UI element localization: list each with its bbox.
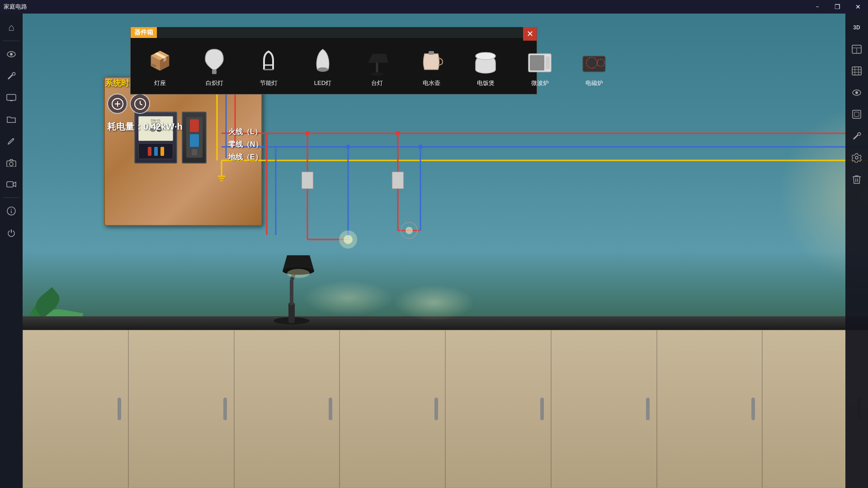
minimize-button[interactable]: －: [807, 0, 827, 14]
main-scene: 系统时间加快了 30 ▼ 倍 耗电量：0.42kW: [23, 14, 868, 488]
svg-point-56: [370, 72, 384, 76]
view-3d-button[interactable]: 3D: [847, 18, 867, 38]
right-sidebar-layout-button[interactable]: [847, 39, 867, 59]
ground-wire-label: 地线（E）: [228, 153, 262, 162]
cabinet-section-3: [234, 330, 340, 488]
sidebar-separator-2: [3, 197, 19, 198]
window-title: 家庭电路: [0, 3, 27, 11]
cabinet-section-4: [340, 330, 445, 488]
cabinet-section-7: [657, 330, 763, 488]
svg-point-78: [855, 156, 858, 159]
component-item-lamp-socket[interactable]: 📦 灯座: [140, 42, 180, 89]
sidebar-home-button[interactable]: ⌂: [1, 18, 21, 38]
sidebar-video-button[interactable]: [1, 174, 21, 194]
time-control-button[interactable]: [130, 94, 150, 114]
cabinet-handle-6: [646, 398, 650, 420]
component-item-induction[interactable]: 电磁炉: [574, 42, 614, 89]
component-label-desk-lamp: 台灯: [371, 79, 383, 87]
close-component-box-button[interactable]: ✕: [523, 27, 537, 41]
sidebar-separator: [3, 41, 19, 41]
component-icon-rice-cooker: [467, 45, 504, 76]
component-item-incandescent[interactable]: 白炽灯: [194, 42, 235, 89]
component-icon-kettle: [413, 45, 449, 76]
svg-rect-7: [7, 182, 13, 187]
close-button[interactable]: ✕: [848, 0, 868, 14]
counter-top: [23, 316, 868, 330]
svg-point-6: [9, 162, 13, 166]
svg-rect-61: [530, 55, 544, 70]
svg-rect-69: [852, 67, 861, 75]
component-label-incandescent: 白炽灯: [206, 79, 223, 87]
component-box: 器件箱 ✕ 📦 灯座 白炽灯 节能灯 LED灯: [130, 27, 537, 94]
component-label-rice-cooker: 电饭煲: [477, 79, 495, 87]
right-sidebar-settings-button[interactable]: [847, 148, 867, 168]
cabinet-section-5: [445, 330, 551, 488]
sidebar-screen-button[interactable]: [1, 88, 21, 108]
sidebar-power-button[interactable]: [1, 223, 21, 243]
right-sidebar-trash-button[interactable]: [847, 169, 867, 189]
cabinet-handle-7: [751, 398, 755, 420]
component-item-energy-saving[interactable]: 节能灯: [248, 42, 289, 89]
zoom-in-button[interactable]: [107, 94, 127, 114]
component-item-desk-lamp[interactable]: 台灯: [357, 42, 397, 89]
cabinet-handle-2: [223, 398, 227, 420]
component-box-title: 器件箱: [131, 27, 157, 38]
sidebar-camera-button[interactable]: [1, 153, 21, 173]
svg-rect-2: [7, 94, 16, 100]
component-icon-microwave: [522, 45, 558, 76]
component-item-rice-cooker[interactable]: 电饭煲: [465, 42, 506, 89]
neutral-wire-label: 零线（N）: [228, 140, 263, 150]
cabinet-handle-3: [329, 398, 332, 420]
component-item-microwave[interactable]: 微波炉: [519, 42, 560, 89]
right-sidebar-component-button[interactable]: [847, 104, 867, 124]
electricity-meter: DW-01 00000: [134, 112, 177, 164]
component-icon-induction: [576, 45, 612, 76]
component-label-microwave: 微波炉: [531, 79, 549, 87]
energy-label: 耗电量：0.42kW·h: [107, 122, 183, 131]
sidebar-pen-button[interactable]: [1, 131, 21, 151]
svg-point-1: [10, 53, 13, 56]
svg-rect-46: [288, 303, 295, 323]
right-sidebar-view-button[interactable]: [847, 83, 867, 103]
component-label-lamp-socket: 灯座: [154, 79, 166, 87]
component-icon-incandescent: [196, 45, 232, 76]
component-item-led[interactable]: LED灯: [302, 42, 343, 89]
kitchen-counter: [23, 316, 868, 488]
component-label-kettle: 电水壶: [423, 79, 440, 87]
live-wire-label: 火线（L）: [228, 127, 262, 137]
component-label-induction: 电磁炉: [585, 79, 603, 87]
svg-point-75: [855, 91, 858, 94]
cabinet-handle-4: [434, 398, 438, 420]
svg-point-59: [476, 52, 495, 60]
circuit-breaker: [182, 112, 207, 164]
restore-button[interactable]: ❐: [827, 0, 848, 14]
wiring-panel: 系统时间加快了 30 ▼ 倍 耗电量：0.42kW: [104, 77, 262, 226]
svg-point-54: [317, 67, 328, 72]
svg-rect-77: [854, 112, 859, 117]
right-sidebar-wrench-button[interactable]: [847, 126, 867, 146]
svg-rect-76: [853, 110, 861, 118]
svg-rect-57: [429, 51, 434, 55]
cabinet-section-1: [23, 330, 128, 488]
sidebar-folder-button[interactable]: [1, 109, 21, 129]
component-label-energy-saving: 节能灯: [260, 79, 278, 87]
sidebar-tool-button[interactable]: [1, 66, 21, 86]
desk-lamp-svg: [262, 221, 321, 325]
sidebar-info-button[interactable]: [1, 201, 21, 221]
component-items-list: 📦 灯座 白炽灯 节能灯 LED灯 台灯: [131, 38, 537, 94]
energy-display: 耗电量：0.42kW·h: [107, 121, 183, 133]
cabinet-section-6: [551, 330, 657, 488]
title-bar: 家庭电路 － ❐ ✕: [0, 0, 868, 14]
cabinet-section-2: [128, 330, 234, 488]
component-item-kettle[interactable]: 电水壶: [411, 42, 452, 89]
cabinet-handle-5: [540, 398, 544, 420]
svg-point-50: [287, 269, 310, 278]
zoom-controls: [107, 94, 150, 114]
svg-rect-51: [212, 70, 217, 74]
right-sidebar: 3D: [845, 14, 868, 488]
component-label-led: LED灯: [314, 79, 331, 87]
sidebar-eye-button[interactable]: [1, 44, 21, 64]
component-icon-energy-saving: [250, 45, 287, 76]
title-controls: － ❐ ✕: [807, 0, 868, 14]
right-sidebar-grid-button[interactable]: [847, 61, 867, 81]
